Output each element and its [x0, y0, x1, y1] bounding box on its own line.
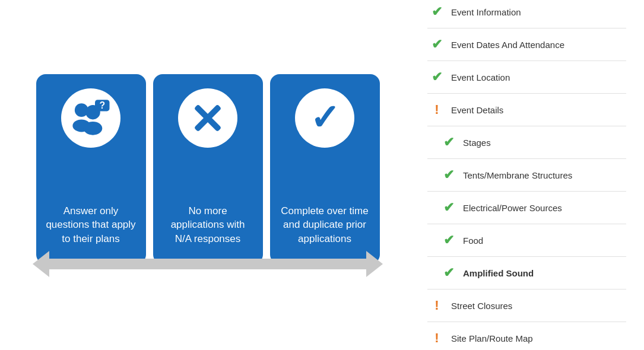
separator-8 — [427, 256, 626, 257]
svg-text:?: ? — [99, 100, 105, 110]
separator-3 — [427, 93, 626, 94]
check-icon-event-location: ✔ — [430, 69, 444, 85]
card-no-na-icon-circle — [178, 88, 237, 148]
card-complete-text: Complete over time and duplicate prior a… — [280, 204, 370, 246]
label-event-details: Event Details — [451, 105, 503, 115]
check-icon-tents: ✔ — [442, 167, 456, 183]
label-street-closures: Street Closures — [451, 301, 512, 311]
card-no-na: No more applications with N/A responses — [153, 74, 263, 264]
separator-10 — [427, 322, 626, 322]
card-no-na-text: No more applications with N/A responses — [163, 204, 253, 246]
exclaim-icon-street-closures: ! — [430, 298, 444, 313]
main-container: ? Answer only questions that apply to th… — [0, 0, 644, 350]
label-event-dates: Event Dates And Attendance — [451, 40, 564, 50]
label-amplified-sound: Amplified Sound — [463, 268, 534, 278]
checklist-section: ✔ Event Information ✔ Event Dates And At… — [421, 1, 626, 349]
separator-7 — [427, 224, 626, 224]
svg-point-3 — [84, 122, 103, 135]
people-question-icon: ? — [70, 96, 112, 140]
card-complete-icon-circle: ✓ — [295, 88, 354, 148]
separator-4 — [427, 126, 626, 126]
checklist-item-site-plan: ! Site Plan/Route Map — [427, 327, 626, 349]
checklist-item-stages: ✔ Stages — [427, 131, 626, 154]
x-mark-icon — [191, 101, 224, 135]
double-arrow — [33, 252, 383, 276]
cards-row: ? Answer only questions that apply to th… — [36, 74, 380, 264]
checklist-item-food: ✔ Food — [427, 229, 626, 252]
check-icon-event-information: ✔ — [430, 4, 444, 20]
separator-1 — [427, 28, 626, 28]
checklist-item-amplified-sound: ✔ Amplified Sound — [427, 262, 626, 284]
checklist-item-event-location: ✔ Event Location — [427, 66, 626, 88]
arrow-line — [45, 259, 371, 269]
separator-6 — [427, 191, 626, 192]
arrow-row — [33, 252, 383, 276]
checklist-item-electrical: ✔ Electrical/Power Sources — [427, 196, 626, 219]
checklist-item-event-dates: ✔ Event Dates And Attendance — [427, 33, 626, 56]
separator-5 — [427, 158, 626, 159]
card-question: ? Answer only questions that apply to th… — [36, 74, 146, 264]
label-event-information: Event Information — [451, 7, 521, 17]
exclaim-icon-event-details: ! — [430, 102, 444, 117]
separator-9 — [427, 289, 626, 289]
checklist-item-tents: ✔ Tents/Membrane Structures — [427, 164, 626, 186]
cards-section: ? Answer only questions that apply to th… — [18, 74, 398, 276]
label-site-plan: Site Plan/Route Map — [451, 333, 533, 343]
label-tents: Tents/Membrane Structures — [463, 170, 572, 180]
label-electrical: Electrical/Power Sources — [463, 203, 562, 213]
label-food: Food — [463, 236, 483, 246]
card-question-text: Answer only questions that apply to thei… — [46, 204, 137, 246]
checkmark-big-icon: ✓ — [310, 100, 340, 136]
check-icon-stages: ✔ — [442, 135, 456, 150]
card-complete: ✓ Complete over time and duplicate prior… — [270, 74, 380, 264]
label-event-location: Event Location — [451, 72, 510, 82]
check-icon-amplified-sound: ✔ — [442, 265, 456, 281]
card-question-icon-circle: ? — [61, 88, 120, 148]
exclaim-icon-site-plan: ! — [430, 330, 444, 346]
checklist-item-event-details: ! Event Details — [427, 98, 626, 121]
arrow-head-right — [366, 251, 383, 277]
check-icon-electrical: ✔ — [442, 200, 456, 215]
separator-2 — [427, 61, 626, 61]
checklist-item-event-information: ✔ Event Information — [427, 1, 626, 23]
check-icon-event-dates: ✔ — [430, 37, 444, 52]
label-stages: Stages — [463, 138, 491, 148]
checklist-item-street-closures: ! Street Closures — [427, 294, 626, 317]
check-icon-food: ✔ — [442, 233, 456, 248]
